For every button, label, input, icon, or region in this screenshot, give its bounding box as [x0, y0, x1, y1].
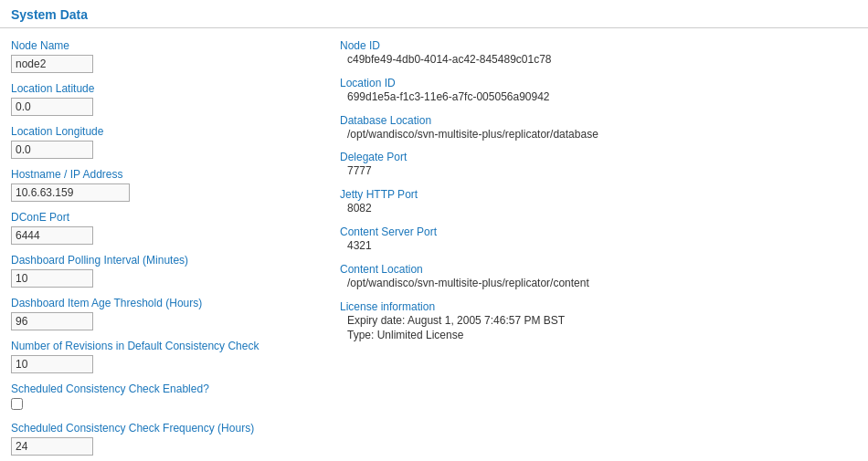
hostname-label: Hostname / IP Address [11, 168, 322, 181]
dashboard-age-group: Dashboard Item Age Threshold (Hours) [11, 297, 322, 330]
content-server-port-value: 4321 [340, 238, 857, 254]
frequency-label: Scheduled Consistency Check Frequency (H… [11, 422, 322, 435]
hostname-input[interactable] [11, 183, 130, 202]
node-id-value: c49bfe49-4db0-4014-ac42-845489c01c78 [340, 52, 857, 68]
dcone-port-input[interactable] [11, 226, 93, 245]
location-id-section: Location ID699d1e5a-f1c3-11e6-a7fc-00505… [340, 77, 857, 105]
num-revisions-group: Number of Revisions in Default Consisten… [11, 340, 322, 373]
delegate-port-value: 7777 [340, 163, 857, 179]
content-location-section: Content Location/opt/wandisco/svn-multis… [340, 263, 857, 291]
dashboard-polling-label: Dashboard Polling Interval (Minutes) [11, 254, 322, 267]
hostname-group: Hostname / IP Address [11, 168, 322, 202]
left-panel: Node NameLocation LatitudeLocation Longi… [11, 39, 322, 461]
delegate-port-label: Delegate Port [340, 151, 407, 163]
jetty-http-port-section: Jetty HTTP Port8082 [340, 188, 857, 216]
dcone-port-label: DConE Port [11, 211, 322, 224]
num-revisions-input[interactable] [11, 355, 93, 373]
location-latitude-label: Location Latitude [11, 82, 322, 95]
license-information-label: License information [340, 300, 435, 313]
page-header: System Data [0, 0, 868, 28]
location-longitude-group: Location Longitude [11, 125, 322, 159]
frequency-input[interactable] [11, 437, 93, 456]
database-location-value: /opt/wandisco/svn-multisite-plus/replica… [340, 127, 857, 142]
location-longitude-input[interactable] [11, 141, 93, 159]
location-id-value: 699d1e5a-f1c3-11e6-a7fc-005056a90942 [340, 89, 857, 105]
consistency-check-checkbox[interactable] [11, 398, 23, 410]
location-id-label: Location ID [340, 77, 396, 89]
node-name-group: Node Name [11, 39, 322, 73]
dcone-port-group: DConE Port [11, 211, 322, 245]
num-revisions-label: Number of Revisions in Default Consisten… [11, 340, 322, 352]
content-server-port-section: Content Server Port4321 [340, 225, 857, 254]
node-name-label: Node Name [11, 39, 322, 52]
jetty-http-port-value: 8082 [340, 201, 857, 216]
node-id-section: Node IDc49bfe49-4db0-4014-ac42-845489c01… [340, 39, 857, 68]
location-longitude-label: Location Longitude [11, 125, 322, 138]
delegate-port-section: Delegate Port7777 [340, 151, 857, 179]
node-name-input[interactable] [11, 55, 93, 73]
location-latitude-group: Location Latitude [11, 82, 322, 116]
dashboard-polling-group: Dashboard Polling Interval (Minutes) [11, 254, 322, 288]
license-information-value: Expiry date: August 1, 2005 7:46:57 PM B… [340, 313, 857, 344]
content-location-value: /opt/wandisco/svn-multisite-plus/replica… [340, 276, 857, 291]
dashboard-polling-input[interactable] [11, 269, 93, 288]
database-location-section: Database Location/opt/wandisco/svn-multi… [340, 114, 857, 142]
location-latitude-input[interactable] [11, 98, 93, 116]
database-location-label: Database Location [340, 114, 431, 127]
license-information-section: License informationExpiry date: August 1… [340, 300, 857, 344]
content-location-label: Content Location [340, 263, 423, 276]
consistency-check-label: Scheduled Consistency Check Enabled? [11, 382, 322, 395]
page-title: System Data [11, 7, 857, 22]
consistency-check-enabled-group: Scheduled Consistency Check Enabled? [11, 382, 322, 413]
right-panel: Node IDc49bfe49-4db0-4014-ac42-845489c01… [340, 39, 857, 461]
dashboard-age-input[interactable] [11, 312, 93, 330]
node-id-label: Node ID [340, 39, 380, 52]
frequency-group: Scheduled Consistency Check Frequency (H… [11, 422, 322, 456]
dashboard-age-label: Dashboard Item Age Threshold (Hours) [11, 297, 322, 309]
jetty-http-port-label: Jetty HTTP Port [340, 188, 418, 201]
content-server-port-label: Content Server Port [340, 225, 437, 238]
